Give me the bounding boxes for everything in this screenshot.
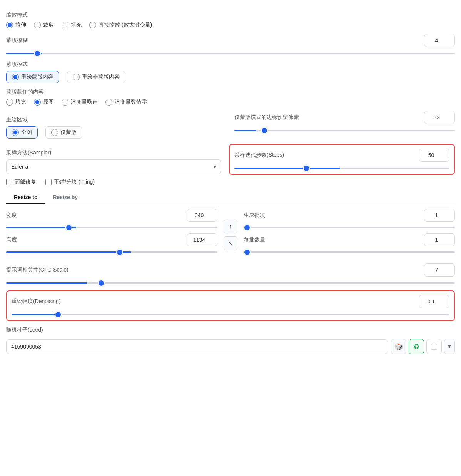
width-slider[interactable] bbox=[6, 227, 217, 228]
wh-batch-grid: 宽度 高度 ↕ ⤡ 生成批次 bbox=[6, 209, 455, 258]
mask-blur-input[interactable] bbox=[424, 34, 455, 47]
cfg-scale-input[interactable] bbox=[424, 263, 455, 277]
scale-mode-radio-group: 拉伸 裁剪 填充 直接缩放 (放大潜变量) bbox=[6, 22, 455, 28]
scale-mode-fill-label: 填充 bbox=[71, 22, 82, 28]
scale-mode-stretch-label: 拉伸 bbox=[15, 22, 26, 28]
batch-size-input[interactable] bbox=[424, 233, 455, 246]
sampler-label: 采样方法(Sampler) bbox=[6, 149, 221, 156]
swap-dimensions-button[interactable]: ↕ bbox=[224, 220, 237, 233]
dice-button[interactable]: 🎲 bbox=[391, 339, 406, 354]
batch-count-input[interactable] bbox=[424, 209, 455, 222]
seed-section: 随机种子(seed) 🎲 ♻ ▼ bbox=[6, 327, 455, 354]
mask-blur-section: 蒙版模糊 bbox=[6, 34, 455, 55]
seed-dropdown-button[interactable]: ▼ bbox=[444, 339, 455, 354]
seed-extra-button[interactable] bbox=[426, 339, 442, 354]
seed-dropdown-icon: ▼ bbox=[447, 344, 452, 349]
seed-label: 随机种子(seed) bbox=[6, 327, 455, 334]
batch-size-label: 每批数量 bbox=[244, 236, 265, 243]
face-restore-item[interactable]: 面部修复 bbox=[6, 179, 36, 186]
inpaint-area-label: 重绘区域 bbox=[6, 116, 227, 123]
sampler-steps-row: 采样方法(Sampler) Euler a Euler LMS Heun DPM… bbox=[6, 144, 455, 175]
mask-padding-label: 仅蒙版模式的边缘预留像素 bbox=[234, 114, 299, 121]
width-input[interactable] bbox=[187, 209, 217, 222]
mask-padding-section: 仅蒙版模式的边缘预留像素 bbox=[234, 111, 455, 139]
tiling-label: 平铺/分块 (Tiling) bbox=[54, 179, 95, 186]
mask-mode-label: 蒙版模式 bbox=[6, 61, 455, 68]
mask-content-latent-zero-label: 潜变量数值零 bbox=[115, 99, 147, 106]
batch-size-section: 每批数量 bbox=[244, 233, 455, 254]
denoising-input[interactable] bbox=[419, 295, 449, 308]
recycle-button[interactable]: ♻ bbox=[409, 339, 424, 354]
resize-tab-bar: Resize to Resize by bbox=[6, 191, 455, 204]
cfg-scale-section: 提示词相关性(CFG Scale) bbox=[6, 263, 455, 285]
inpaint-area-full-label: 全图 bbox=[21, 129, 32, 136]
denoising-slider[interactable] bbox=[12, 314, 449, 315]
tab-resize-to[interactable]: Resize to bbox=[6, 191, 45, 204]
steps-label: 采样迭代步数(Steps) bbox=[234, 152, 284, 159]
mask-content-original[interactable]: 原图 bbox=[34, 99, 54, 106]
width-section: 宽度 bbox=[6, 209, 217, 230]
scale-to-img-button[interactable]: ⤡ bbox=[224, 236, 237, 250]
scale-mode-stretch[interactable]: 拉伸 bbox=[6, 22, 26, 28]
mask-content-section: 蒙版蒙住的内容 填充 原图 潜变量噪声 潜变量数值零 bbox=[6, 89, 455, 106]
extra-options: 面部修复 平铺/分块 (Tiling) bbox=[6, 179, 455, 186]
height-slider[interactable] bbox=[6, 251, 217, 253]
mask-mode-redraw-mask-label: 重绘蒙版内容 bbox=[21, 74, 53, 80]
mask-content-fill[interactable]: 填充 bbox=[6, 99, 26, 106]
inpaint-area-full[interactable]: 全图 bbox=[6, 126, 38, 139]
mask-mode-redraw-non-mask[interactable]: 重绘非蒙版内容 bbox=[67, 71, 125, 83]
scale-mode-crop-label: 裁剪 bbox=[43, 22, 54, 28]
seed-input[interactable] bbox=[6, 339, 388, 354]
scale-mode-crop[interactable]: 裁剪 bbox=[34, 22, 54, 28]
mask-content-latent-noise[interactable]: 潜变量噪声 bbox=[62, 99, 98, 106]
denoising-section: 重绘幅度(Denoising) bbox=[6, 290, 455, 321]
sampler-select[interactable]: Euler a Euler LMS Heun DPM2 DPM++ 2M bbox=[6, 159, 221, 174]
scale-icon: ⤡ bbox=[228, 240, 233, 247]
scale-mode-direct-label: 直接缩放 (放大潜变量) bbox=[99, 22, 152, 28]
scale-mode-label: 缩放模式 bbox=[6, 12, 455, 18]
scale-mode-direct[interactable]: 直接缩放 (放大潜变量) bbox=[89, 22, 152, 28]
seed-extra-label bbox=[431, 344, 437, 350]
wh-left: 宽度 高度 bbox=[6, 209, 217, 258]
recycle-icon: ♻ bbox=[413, 342, 419, 351]
mask-content-original-label: 原图 bbox=[43, 99, 54, 106]
cfg-scale-label: 提示词相关性(CFG Scale) bbox=[6, 266, 68, 273]
steps-section: 采样迭代步数(Steps) bbox=[229, 144, 455, 175]
inpaint-area-mask-only-label: 仅蒙版 bbox=[60, 129, 77, 136]
mask-blur-slider[interactable] bbox=[6, 53, 455, 54]
mask-padding-slider[interactable] bbox=[234, 130, 455, 131]
tiling-item[interactable]: 平铺/分块 (Tiling) bbox=[45, 179, 95, 186]
height-input[interactable] bbox=[187, 233, 217, 246]
mask-padding-input[interactable] bbox=[424, 111, 455, 124]
mask-mode-radio-group: 重绘蒙版内容 重绘非蒙版内容 bbox=[6, 71, 455, 83]
mask-mode-redraw-non-mask-label: 重绘非蒙版内容 bbox=[82, 74, 120, 80]
denoising-label: 重绘幅度(Denoising) bbox=[12, 298, 61, 305]
mask-content-fill-label: 填充 bbox=[15, 99, 26, 106]
mask-mode-redraw-mask[interactable]: 重绘蒙版内容 bbox=[6, 71, 59, 83]
cfg-scale-slider[interactable] bbox=[6, 282, 455, 284]
batch-count-slider[interactable] bbox=[244, 227, 455, 228]
steps-input[interactable] bbox=[419, 149, 449, 162]
face-restore-checkbox[interactable] bbox=[6, 179, 12, 185]
batch-right: 生成批次 每批数量 bbox=[244, 209, 455, 258]
inpaint-row: 重绘区域 全图 仅蒙版 仅蒙版模式的边缘预留像素 bbox=[6, 111, 455, 139]
seed-row: 🎲 ♻ ▼ bbox=[6, 339, 455, 354]
dice-icon: 🎲 bbox=[394, 342, 403, 351]
inpaint-area-mask-only[interactable]: 仅蒙版 bbox=[45, 126, 82, 139]
sampler-select-wrapper: Euler a Euler LMS Heun DPM2 DPM++ 2M ▼ bbox=[6, 159, 221, 174]
inpaint-area-radio-group: 全图 仅蒙版 bbox=[6, 126, 227, 139]
batch-size-slider[interactable] bbox=[244, 251, 455, 253]
batch-count-section: 生成批次 bbox=[244, 209, 455, 230]
tiling-checkbox[interactable] bbox=[45, 179, 52, 185]
mask-mode-section: 蒙版模式 重绘蒙版内容 重绘非蒙版内容 bbox=[6, 61, 455, 83]
mask-content-latent-noise-label: 潜变量噪声 bbox=[71, 99, 98, 106]
seed-buttons: 🎲 ♻ ▼ bbox=[391, 339, 455, 354]
tab-resize-by[interactable]: Resize by bbox=[45, 191, 85, 204]
mask-content-label: 蒙版蒙住的内容 bbox=[6, 89, 455, 96]
height-label: 高度 bbox=[6, 236, 17, 243]
swap-icon: ↕ bbox=[229, 223, 232, 230]
mask-content-latent-zero[interactable]: 潜变量数值零 bbox=[105, 99, 147, 106]
face-restore-label: 面部修复 bbox=[15, 179, 36, 186]
steps-slider[interactable] bbox=[234, 168, 449, 169]
scale-mode-fill[interactable]: 填充 bbox=[62, 22, 82, 28]
